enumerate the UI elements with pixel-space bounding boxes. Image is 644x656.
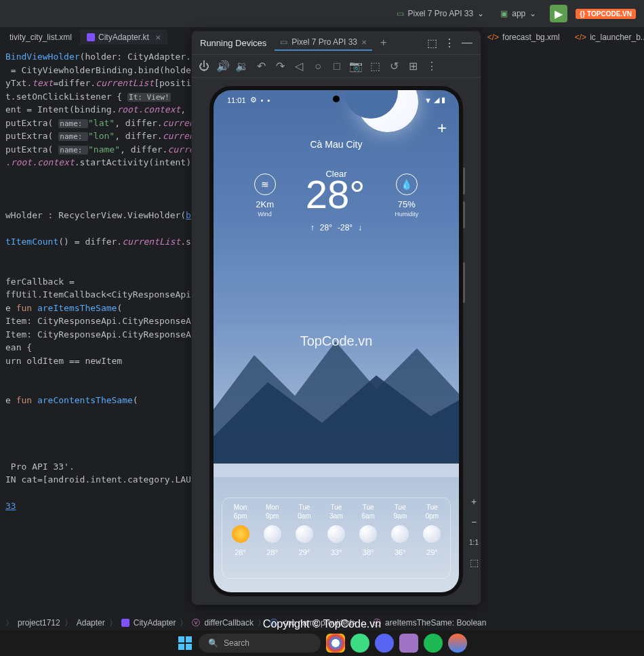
forecast-item[interactable]: Tue3am33°	[321, 504, 351, 573]
copyright-watermark: Copyright © TopCode.vn	[263, 618, 381, 630]
forecast-item[interactable]: Mon6pm28°	[225, 504, 256, 573]
low-temp: -28°	[338, 223, 353, 232]
breadcrumb-item[interactable]: differCallback	[204, 618, 253, 628]
high-temp: 28°	[320, 223, 332, 232]
android-studio-app[interactable]	[350, 634, 369, 653]
forecast-item[interactable]: Mon9pm28°	[257, 504, 287, 573]
wind-icon: ≋	[254, 173, 276, 195]
tab-cityadapter-kt[interactable]: CityAdapter.kt ✕	[80, 30, 167, 45]
spotify-app[interactable]	[424, 634, 443, 653]
main-temperature: 28°	[306, 171, 365, 217]
cloudy-icon	[359, 525, 377, 543]
tab-label: CityAdapter.kt	[98, 33, 149, 42]
cloudy-icon	[423, 525, 441, 543]
vscode-app[interactable]	[399, 634, 418, 653]
arrow-down-icon: ↓	[358, 223, 362, 232]
watermark: TopCode.vn	[300, 333, 373, 349]
device-label: Pixel 7 Pro API 33	[408, 9, 474, 18]
search-box[interactable]: 🔍 Search	[199, 634, 321, 653]
add-city-button[interactable]: +	[437, 119, 447, 138]
phone-screen[interactable]: 11:01 ⚙ • ▪ ▼ ◢ ▮ + Cà Mau City Clear	[214, 90, 459, 592]
extended-icon[interactable]: ⊞	[407, 61, 418, 72]
cloudy-icon	[296, 525, 313, 543]
phone-volume-up	[463, 167, 465, 194]
zoom-out-button[interactable]: −	[466, 514, 482, 530]
close-icon[interactable]: ✕	[361, 39, 367, 46]
settings-icon: ⚙	[250, 96, 257, 104]
record-icon[interactable]: ⬚	[369, 61, 380, 72]
zoom-in-button[interactable]: +	[466, 493, 482, 510]
weather-app: + Cà Mau City Clear ≋ 2Km Wind 28° 💧 75%…	[214, 90, 459, 592]
wind-stat: ≋ 2Km Wind	[254, 173, 276, 218]
chrome-app[interactable]	[326, 634, 345, 653]
breadcrumb-item[interactable]: Adapter	[77, 618, 105, 628]
breadcrumb-item[interactable]: CityAdapter	[134, 618, 176, 628]
phone-volume-down	[463, 201, 465, 228]
emulator-toolbar: ⏻ 🔊 🔉 ↶ ↷ ◁ ○ □ 📷 ⬚ ↺ ⊞ ⋮	[192, 55, 481, 77]
kotlin-icon	[87, 33, 95, 41]
overview-icon[interactable]: □	[331, 61, 342, 72]
close-icon[interactable]: ✕	[155, 34, 161, 41]
mountain-illustration	[214, 328, 459, 477]
volume-down-icon[interactable]: 🔉	[237, 61, 247, 72]
snapshot-icon[interactable]: ↺	[388, 61, 399, 72]
forecast-item[interactable]: Tue0am29°	[289, 504, 319, 573]
more-icon[interactable]: ⋮	[426, 61, 437, 72]
zoom-ratio[interactable]: 1:1	[466, 534, 482, 550]
search-icon: 🔍	[208, 638, 218, 648]
minimize-icon[interactable]: —	[462, 37, 472, 49]
breadcrumb-item[interactable]: areItemsTheSame: Boolean	[385, 618, 486, 628]
rotate-left-icon[interactable]: ↶	[256, 61, 266, 72]
svg-rect-3	[186, 644, 192, 650]
run-button[interactable]: ▶	[550, 5, 567, 22]
wifi-icon: ▼	[424, 96, 432, 104]
phone-icon: ▭	[397, 9, 404, 18]
xml-icon: </>	[575, 33, 586, 42]
cloudy-icon	[264, 525, 281, 543]
windows-taskbar: 🔍 Search	[0, 630, 644, 656]
kotlin-icon	[121, 619, 129, 627]
zoom-controls: + − 1:1 ⬚	[466, 493, 482, 571]
tab-label: ic_launcher_b...	[590, 33, 644, 42]
panel-header: Running Devices ▭ Pixel 7 Pro API 33 ✕ +…	[192, 31, 481, 55]
forecast-strip[interactable]: Mon6pm28° Mon9pm28° Tue0am29° Tue3am33° …	[222, 497, 451, 579]
device-tab[interactable]: ▭ Pixel 7 Pro API 33 ✕	[275, 35, 372, 51]
status-time: 11:01	[227, 96, 246, 104]
discord-app[interactable]	[375, 634, 394, 653]
forecast-item[interactable]: Tue0pm29°	[417, 504, 447, 573]
device-selector[interactable]: ▭ Pixel 7 Pro API 33 ⌄	[397, 9, 485, 18]
rotate-right-icon[interactable]: ↷	[275, 61, 285, 72]
arrow-up-icon: ↑	[310, 223, 315, 232]
run-config-selector[interactable]: ▣ app ⌄	[500, 9, 536, 18]
humidity-stat: 💧 75% Humidity	[395, 173, 418, 218]
topcode-logo: {}TOPCODE.VN	[576, 9, 636, 19]
play-icon: ▶	[555, 7, 563, 20]
svg-rect-0	[178, 636, 184, 642]
start-button[interactable]	[177, 635, 193, 651]
android-icon: ▣	[500, 9, 508, 18]
power-icon[interactable]: ⏻	[199, 61, 209, 72]
add-tab-icon[interactable]: +	[380, 37, 386, 49]
search-placeholder: Search	[224, 638, 249, 648]
tab-ic-launcher[interactable]: </> ic_launcher_b...	[568, 30, 644, 45]
dock-icon[interactable]: ⬚	[427, 37, 437, 49]
forecast-item[interactable]: Tue9am36°	[385, 504, 416, 573]
breadcrumb-item[interactable]: project1712	[18, 618, 60, 628]
high-low-temp: ↑ 28° -28° ↓	[310, 223, 362, 232]
wind-value: 2Km	[256, 199, 274, 209]
back-icon[interactable]: ◁	[294, 61, 304, 72]
home-icon[interactable]: ○	[313, 61, 323, 72]
screenshot-icon[interactable]: 📷	[350, 61, 361, 72]
tab-forecast-bg-xml[interactable]: </> forecast_bg.xml	[481, 30, 567, 45]
humidity-value: 75%	[398, 199, 416, 209]
forecast-item[interactable]: Tue6am38°	[353, 504, 384, 573]
humidity-label: Humidity	[395, 211, 418, 218]
running-devices-panel: Running Devices ▭ Pixel 7 Pro API 33 ✕ +…	[191, 30, 481, 605]
zoom-fit-button[interactable]: ⬚	[466, 554, 482, 571]
browser-app[interactable]	[448, 634, 467, 653]
chevron-down-icon: ⌄	[529, 9, 536, 18]
more-icon[interactable]: ⋮	[444, 37, 455, 49]
tab-city-list-xml[interactable]: tivity_city_list.xml	[3, 30, 79, 45]
svg-rect-2	[178, 644, 184, 650]
volume-up-icon[interactable]: 🔊	[218, 61, 228, 72]
